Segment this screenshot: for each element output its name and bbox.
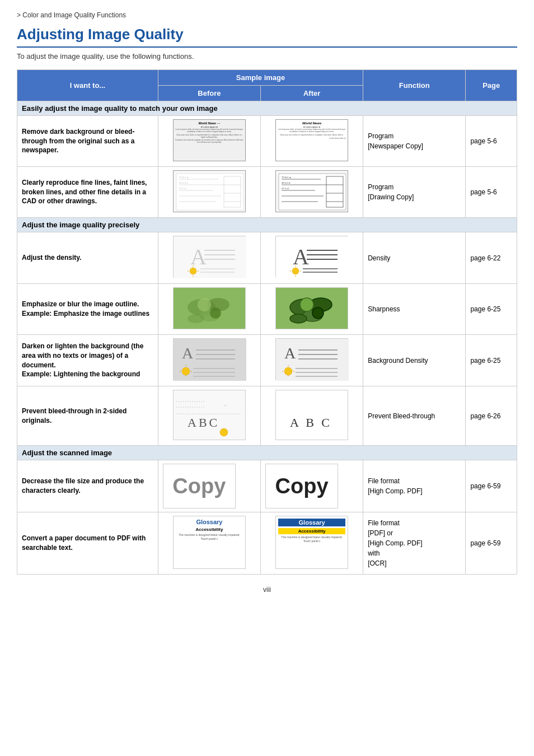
page-density: page 6-22	[466, 232, 517, 284]
description-cad: Clearly reproduce fine lines, faint line…	[17, 167, 158, 218]
after-density: A	[261, 232, 363, 284]
svg-point-62	[312, 307, 324, 319]
before-sharpness	[158, 284, 260, 335]
svg-text:28.1±1 ●: 28.1±1 ●	[179, 181, 188, 184]
svg-text:47.4 ±1: 47.4 ±1	[179, 187, 187, 190]
page-title: Adjusting Image Quality	[17, 26, 517, 48]
svg-text:A: A	[284, 344, 296, 362]
header-function: Function	[363, 70, 466, 101]
header-before: Before	[158, 86, 260, 101]
footer-number: viii	[263, 586, 271, 594]
section-row-2: Adjust the image quality precisely	[17, 218, 517, 232]
page-footer: viii	[17, 586, 517, 594]
main-table: I want to... Sample image Function Page …	[17, 69, 517, 575]
function-bgdensity: Background Density	[363, 335, 466, 386]
page-sharpness: page 6-25	[466, 284, 517, 335]
table-row: Decrease the file size and produce the c…	[17, 460, 517, 512]
svg-point-82	[284, 367, 292, 375]
description-bgdensity: Darken or lighten the background (the ar…	[17, 335, 158, 386]
after-bgdensity: A	[261, 335, 363, 386]
svg-text:A: A	[182, 344, 194, 362]
before-density: A	[158, 232, 260, 284]
function-newspaper: Program[Newspaper Copy]	[363, 116, 466, 167]
svg-point-54	[198, 298, 211, 311]
description-newspaper: Remove dark background or bleed-through …	[17, 116, 158, 167]
section-row-1: Easily adjust the image quality to match…	[17, 101, 517, 116]
function-ocr: File format[PDF] or[High Comp. PDF]with[…	[363, 512, 466, 575]
before-pdf: Glossary Accessibility The machine is de…	[158, 512, 260, 575]
subtitle: To adjust the image quality, use the fol…	[17, 52, 517, 60]
after-newspaper: World News ● Lorem ipsum ● Lorem ipsum d…	[261, 116, 363, 167]
svg-point-55	[210, 307, 221, 319]
svg-text:70.3±1 ▲: 70.3±1 ▲	[179, 176, 189, 179]
svg-point-69	[182, 367, 190, 375]
page-bleed: page 6-26	[466, 386, 517, 446]
after-cad: 70.3±1 ▲ 28.1±1 ● 47.4 ±1	[261, 167, 363, 218]
page-bgdensity: page 6-25	[466, 335, 517, 386]
svg-point-56	[188, 314, 204, 323]
table-row: Emphasize or blur the image outline. Exa…	[17, 284, 517, 335]
description-sharpness: Emphasize or blur the image outline. Exa…	[17, 284, 158, 335]
function-sharpness: Sharpness	[363, 284, 466, 335]
before-copy: Copy	[158, 460, 260, 512]
svg-text:A B C: A B C	[290, 416, 332, 430]
table-row: Darken or lighten the background (the ar…	[17, 335, 517, 386]
table-row: Adjust the density. A	[17, 232, 517, 284]
page-cad: page 5-6	[466, 167, 517, 218]
after-bleed: A B C	[261, 386, 363, 446]
table-row: Clearly reproduce fine lines, faint line…	[17, 167, 517, 218]
page-newspaper: page 5-6	[466, 116, 517, 167]
section-row-3: Adjust the scanned image	[17, 446, 517, 460]
breadcrumb: > Color and Image Quality Functions	[17, 11, 517, 19]
svg-text:≡: ≡	[224, 403, 227, 408]
svg-text:47.4 ±1: 47.4 ±1	[282, 187, 289, 190]
after-pdf: Glossary Accessibility The machine is de…	[261, 512, 363, 575]
before-newspaper: World News ···· ● Lorem ipsum ● Lorem ip…	[158, 116, 260, 167]
svg-point-31	[190, 268, 196, 274]
header-after: After	[261, 86, 363, 101]
after-copy: Copy	[261, 460, 363, 512]
header-page: Page	[466, 70, 517, 101]
function-fileformat: File format[High Comp. PDF]	[363, 460, 466, 512]
svg-text:A: A	[190, 244, 207, 269]
header-sample-image: Sample image	[158, 70, 363, 86]
svg-point-63	[290, 314, 307, 323]
description-density: Adjust the density.	[17, 232, 158, 284]
svg-point-61	[300, 298, 313, 311]
svg-point-95	[220, 428, 228, 436]
svg-text:A: A	[293, 244, 309, 269]
page-ocr: page 6-59	[466, 512, 517, 575]
svg-text:70.3±1 ▲: 70.3±1 ▲	[282, 176, 291, 179]
description-bleed: Prevent bleed-through in 2-sided origina…	[17, 386, 158, 446]
after-sharpness	[261, 284, 363, 335]
function-density: Density	[363, 232, 466, 284]
description-ocr: Convert a paper document to PDF with sea…	[17, 512, 158, 575]
table-row: Remove dark background or bleed-through …	[17, 116, 517, 167]
page-fileformat: page 6-59	[466, 460, 517, 512]
function-bleed: Prevent Bleed-through	[363, 386, 466, 446]
before-cad: 70.3±1 ▲ 28.1±1 ● 47.4 ±1	[158, 167, 260, 218]
svg-text:ABC: ABC	[188, 416, 219, 430]
function-cad: Program[Drawing Copy]	[363, 167, 466, 218]
svg-point-43	[292, 268, 299, 274]
before-bgdensity: A	[158, 335, 260, 386]
svg-text:28.1±1 ●: 28.1±1 ●	[282, 181, 291, 184]
description-fileformat: Decrease the file size and produce the c…	[17, 460, 158, 512]
before-bleed: ≡ ABC	[158, 386, 260, 446]
table-row: Convert a paper document to PDF with sea…	[17, 512, 517, 575]
header-iwant: I want to...	[17, 70, 158, 101]
table-row: Prevent bleed-through in 2-sided origina…	[17, 386, 517, 446]
